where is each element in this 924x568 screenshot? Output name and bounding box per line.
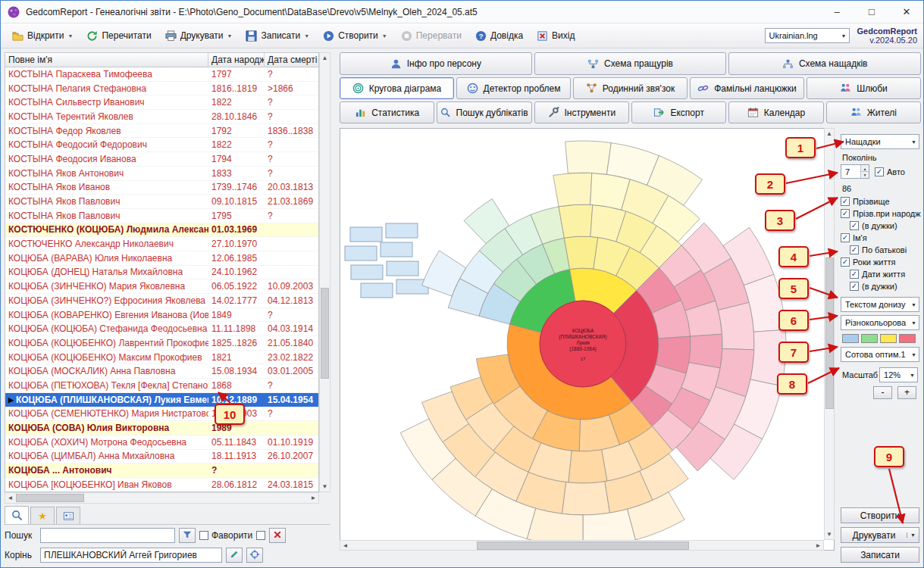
chart-mode-select[interactable]: Нащадки — [841, 134, 919, 149]
table-row[interactable]: КОЦЮБА (МОСКАЛИК) Анна Павловна15.08.193… — [5, 364, 318, 379]
auto-checkbox[interactable]: ✓Авто — [875, 167, 905, 176]
tab-residents[interactable]: Жителі — [826, 101, 921, 123]
table-row[interactable]: КОЦЮБА (ЗИНЧЕНКО?) Ефросиния Яковлева14.… — [5, 294, 318, 308]
save-button[interactable]: Записати — [841, 547, 919, 563]
zoom-in-button[interactable]: + — [897, 386, 916, 399]
option-checkbox[interactable]: ✓Прізвище — [841, 195, 921, 208]
tab-relation[interactable]: Родинний звя'зок — [573, 77, 688, 99]
column-header-death[interactable]: Дата смерті — [265, 53, 318, 67]
printer-button[interactable]: Друкувати▼ — [158, 27, 240, 45]
table-row[interactable]: КОЦЮБА (ДОНЕЦ) Наталья Михайловна24.10.1… — [5, 266, 318, 280]
table-row[interactable]: КОЦЮБА [КОЦЮБЕНКО] Иван Яковов28.06.1812… — [5, 478, 318, 492]
table-row[interactable]: КОСТЫНА Яков Иванов1739..174620.03.1813 — [5, 181, 318, 195]
tab-duplicates[interactable]: Пошук дублікатів — [437, 101, 531, 123]
column-header-birth[interactable]: Дата народже — [208, 53, 265, 67]
layout-mode-select[interactable]: Сотова оптим.1 — [841, 347, 919, 362]
language-select[interactable]: Ukrainian.lng — [765, 28, 850, 43]
zoom-out-button[interactable]: - — [873, 386, 892, 399]
save-button[interactable]: Записати▼ — [239, 27, 316, 45]
mini-tab-search[interactable] — [5, 506, 29, 524]
table-row[interactable]: КОСТЮЧЕНКО Александр Николаевич27.10.197… — [5, 237, 318, 251]
table-row[interactable]: КОЦЮБА (КОЦЮБЕНКО) Лаврентий Прокофиев18… — [5, 336, 318, 351]
scale-select[interactable]: 12% — [879, 367, 918, 382]
scroll-up-icon[interactable]: ▲ — [320, 53, 330, 63]
table-row[interactable]: КОСТЫНА Феодосия Иванова1794? — [5, 152, 318, 167]
diagram-horizontal-scrollbar[interactable]: ◄ ► — [340, 540, 824, 551]
print-button[interactable]: Друкувати ▼ — [841, 527, 919, 543]
color-swatch[interactable] — [842, 334, 859, 343]
option-checkbox[interactable]: ✓Ім'я — [841, 232, 921, 244]
help-button[interactable]: ?Довідка — [468, 27, 530, 45]
edit-root-button[interactable] — [226, 548, 243, 563]
tab-ancestors[interactable]: Схема пращурів — [534, 52, 727, 75]
tab-radar[interactable]: Кругова діаграма — [340, 77, 454, 99]
clear-button[interactable] — [269, 528, 286, 543]
table-row[interactable]: КОСТЮЧЕНКО (КОЦЮБА) Людмила Александ01.0… — [5, 223, 318, 238]
scroll-down-icon[interactable]: ▼ — [320, 482, 330, 492]
table-row[interactable]: КОЦЮБА (СОВА) Юлия Викторовна1989 — [5, 421, 318, 435]
table-row[interactable]: КОСТЫНА Пелагия Стефановна1816..1819>186… — [5, 82, 318, 96]
table-row[interactable]: КОСТЫНА Параскева Тимофеева1797? — [5, 67, 318, 82]
table-row[interactable]: КОЦЮБА (ПЕТЮХОВА) Текля [Фекла] Степанов… — [5, 379, 318, 393]
table-row[interactable]: КОЦЮБА (КОВАРЕНКО) Евгения Иванова (Иовл… — [5, 308, 318, 323]
option-checkbox[interactable]: ✓Прізв.при народж. — [841, 208, 921, 220]
maximize-button[interactable]: □ — [855, 1, 888, 23]
minimize-button[interactable]: – — [820, 1, 854, 23]
table-row[interactable]: КОСТЫНА Яков Павлович1795? — [5, 209, 318, 223]
print-dropdown-icon[interactable]: ▼ — [907, 532, 919, 538]
close-button[interactable]: ✕ — [890, 1, 923, 23]
root-person-input[interactable] — [40, 548, 222, 563]
option-checkbox[interactable]: ✓(в дужки) — [850, 220, 921, 232]
folder-open-button[interactable]: Відкрити▼ — [5, 27, 80, 45]
table-row[interactable]: КОЦЮБА (ЦИМБАЛ) Анна Михайловна18.11.191… — [5, 450, 318, 464]
exit-button[interactable]: Вихід — [530, 27, 581, 45]
option-checkbox[interactable]: ✓Дати життя — [850, 268, 921, 280]
table-row[interactable]: ▶КОЦЮБА (ПЛИШКАНОВСКАЯ) Лукия Евмение10.… — [5, 393, 318, 407]
option-checkbox[interactable]: ✓Роки життя — [841, 256, 921, 268]
diagram-vertical-scrollbar[interactable]: ▲ ▼ — [824, 128, 835, 540]
tab-export[interactable]: Експорт — [631, 101, 726, 123]
mini-tab-card[interactable] — [56, 507, 80, 524]
play-button[interactable]: Створити▼ — [316, 27, 394, 45]
table-row[interactable]: КОСТЫНА Яков Павлович09.10.181521.03.186… — [5, 195, 318, 209]
tab-marriage[interactable]: Шлюби — [807, 77, 921, 99]
tab-calendar[interactable]: Календар — [728, 101, 823, 123]
table-row[interactable]: КОСТЫНА Федор Яковлев17921836..1838 — [5, 124, 318, 139]
tab-person[interactable]: Інфо про персону — [340, 52, 532, 75]
fan-chart[interactable]: КОЦЮБА(ПЛИШКАНОВСКАЯ)Лукия(1889-1954)17 — [340, 129, 825, 540]
color-swatch[interactable] — [899, 334, 916, 343]
column-header-name[interactable]: Повне ім'я — [5, 53, 208, 67]
stepper-down-icon[interactable]: ▼ — [860, 171, 869, 178]
color-swatch[interactable] — [861, 334, 878, 343]
color-swatch[interactable] — [880, 334, 897, 343]
table-row[interactable]: КОСТЫНА Яков Антонович1833? — [5, 167, 318, 181]
table-row[interactable]: КОЦЮБА (ЗИНЧЕНКО) Мария Яковлевна06.05.1… — [5, 279, 318, 294]
create-button[interactable]: Створити — [841, 507, 919, 523]
mini-tab-star[interactable]: ★ — [30, 507, 55, 524]
coloring-select[interactable]: Різнокольорова — [841, 315, 919, 330]
filter-button[interactable] — [179, 528, 196, 543]
table-row[interactable]: КОЦЮБА (ХОХИЧ) Мотрона Феодосьевна05.11.… — [5, 435, 318, 450]
table-horizontal-scrollbar[interactable]: ◄ ► — [5, 492, 319, 504]
search-input[interactable] — [40, 528, 175, 543]
table-row[interactable]: КОЦЮБА (СЕМЕНЮТЕНКО) Мария Нистратово189… — [5, 407, 318, 422]
table-row[interactable]: КОЦЮБА (КОЦЮБЕНКО) Максим Прокофиев18212… — [5, 351, 318, 365]
favorites-checkbox[interactable]: Фаворити — [199, 530, 252, 541]
table-row[interactable]: КОСТЫНА Феодосий Федорович1822? — [5, 138, 318, 152]
tab-tools[interactable]: Інструменти — [534, 101, 629, 123]
table-row[interactable]: КОЦЮБА (КОЦЮБА) Стефанида Феодосьевна11.… — [5, 322, 318, 336]
refresh-button[interactable]: Перечитати — [80, 27, 158, 45]
extra-checkbox[interactable] — [256, 531, 265, 540]
tab-chain[interactable]: Фамільні ланцюжки — [690, 77, 804, 99]
option-checkbox[interactable]: ✓По батькові — [850, 244, 921, 256]
generations-stepper[interactable]: 7 ▲ ▼ — [841, 164, 869, 179]
table-row[interactable]: КОЦЮБА (ВАРАВА) Юлия Николаевна12.06.198… — [5, 251, 318, 266]
option-checkbox[interactable]: ✓(в дужки) — [850, 280, 921, 292]
tab-problems[interactable]: Детектор проблем — [456, 77, 571, 99]
table-row[interactable]: КОЦЮБА ... Антонович? — [5, 463, 318, 478]
table-row[interactable]: КОСТЫНА Сильвестр Иванович1822? — [5, 95, 318, 110]
text-direction-select[interactable]: Текстом донизу — [841, 297, 919, 312]
tab-stats[interactable]: Статистика — [340, 101, 434, 123]
tab-descendants[interactable]: Схема нащадків — [728, 52, 921, 75]
table-row[interactable]: КОСТЫНА Терентий Яковлев28.10.1846? — [5, 110, 318, 124]
